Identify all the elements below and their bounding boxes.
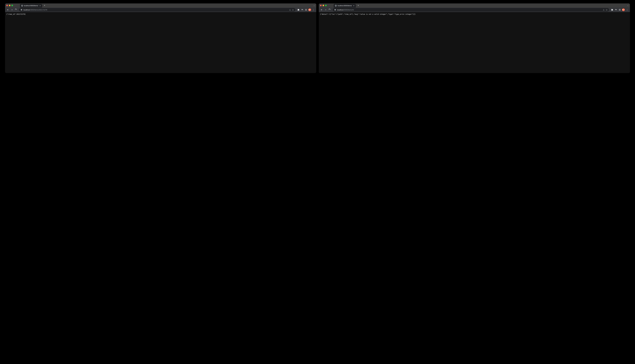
- tab-title: localhost:8000/items/hi: [338, 5, 352, 6]
- tab-search-button[interactable]: ⌄: [627, 5, 628, 6]
- address-bar[interactable]: localhost:8000/items/202172279: [19, 8, 296, 12]
- bookmark-button[interactable]: [292, 9, 294, 11]
- globe-icon: [21, 5, 23, 6]
- traffic-lights: [320, 5, 327, 6]
- new-tab-button[interactable]: +: [43, 4, 46, 7]
- window-maximize-button[interactable]: [325, 5, 327, 6]
- profile-avatar[interactable]: 출근: [308, 8, 311, 11]
- response-body: {"detail":[{"loc":["path","item_id"],"ms…: [320, 13, 629, 15]
- titlebar: localhost:8000/items/hi ✕ + ⌄: [319, 4, 630, 8]
- site-info-icon[interactable]: [334, 9, 336, 11]
- new-tab-button[interactable]: +: [356, 4, 360, 7]
- tab-close-button[interactable]: ✕: [353, 5, 354, 6]
- url-display: localhost:8000/items/hi: [337, 9, 602, 11]
- menu-button[interactable]: ⋮: [625, 8, 629, 12]
- titlebar: localhost:8000/items/2021722 ✕ + ⌄: [5, 4, 316, 8]
- window-close-button[interactable]: [320, 5, 322, 6]
- side-panel-button[interactable]: [304, 8, 308, 12]
- toolbar-right: 출근 ⋮: [297, 8, 315, 12]
- back-button[interactable]: [320, 8, 323, 12]
- globe-icon: [335, 5, 337, 6]
- forward-button[interactable]: [324, 8, 328, 12]
- side-panel-button[interactable]: [618, 8, 622, 12]
- forward-button[interactable]: [10, 8, 14, 12]
- extensions-button[interactable]: [610, 8, 614, 12]
- share-button[interactable]: [289, 9, 291, 11]
- tabstrip: localhost:8000/items/hi ✕ +: [334, 4, 360, 8]
- url-path: :8000/items/202172279: [30, 9, 47, 11]
- reload-button[interactable]: [328, 8, 332, 12]
- reading-list-button[interactable]: [614, 8, 618, 12]
- browser-window-right: localhost:8000/items/hi ✕ + ⌄ localhost:…: [319, 4, 630, 73]
- window-minimize-button[interactable]: [9, 5, 10, 6]
- menu-button[interactable]: ⋮: [312, 8, 315, 12]
- bookmark-button[interactable]: [606, 9, 608, 11]
- site-info-icon[interactable]: [20, 9, 22, 11]
- window-close-button[interactable]: [6, 5, 8, 6]
- browser-tab[interactable]: localhost:8000/items/hi ✕: [334, 4, 356, 8]
- url-display: localhost:8000/items/202172279: [23, 9, 288, 11]
- toolbar-right: 출근 ⋮: [610, 8, 629, 12]
- extensions-button[interactable]: [297, 8, 300, 12]
- share-button[interactable]: [603, 9, 605, 11]
- url-host: localhost: [337, 9, 344, 11]
- tab-search-button[interactable]: ⌄: [314, 5, 315, 6]
- window-maximize-button[interactable]: [12, 5, 13, 6]
- tab-title: localhost:8000/items/2021722: [24, 5, 38, 6]
- page-content: {"item_id":202172279}: [5, 12, 316, 73]
- response-body: {"item_id":202172279}: [6, 13, 315, 15]
- url-path: :8000/items/hi: [344, 9, 354, 11]
- toolbar: localhost:8000/items/202172279 출근 ⋮: [5, 8, 316, 12]
- browser-window-left: localhost:8000/items/2021722 ✕ + ⌄ local…: [5, 4, 316, 73]
- reading-list-button[interactable]: [300, 8, 304, 12]
- tab-close-button[interactable]: ✕: [39, 5, 41, 6]
- toolbar: localhost:8000/items/hi 출근 ⋮: [319, 8, 630, 12]
- tabstrip: localhost:8000/items/2021722 ✕ +: [20, 4, 46, 8]
- address-bar[interactable]: localhost:8000/items/hi: [333, 8, 609, 12]
- profile-avatar[interactable]: 출근: [622, 8, 625, 11]
- url-host: localhost: [23, 9, 30, 11]
- reload-button[interactable]: [14, 8, 18, 12]
- window-minimize-button[interactable]: [322, 5, 324, 6]
- browser-tab[interactable]: localhost:8000/items/2021722 ✕: [20, 4, 42, 8]
- page-content: {"detail":[{"loc":["path","item_id"],"ms…: [319, 12, 630, 73]
- traffic-lights: [6, 5, 13, 6]
- back-button[interactable]: [6, 8, 10, 12]
